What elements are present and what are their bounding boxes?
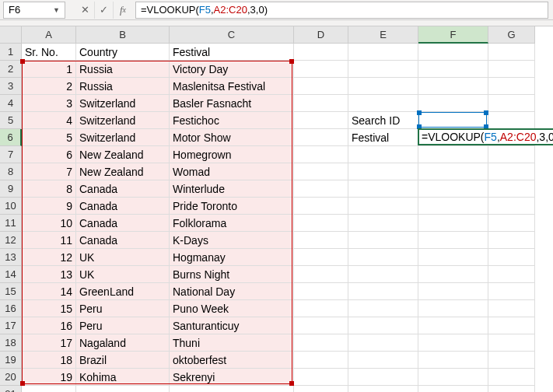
row-header[interactable]: 9: [0, 180, 22, 198]
row-header[interactable]: 11: [0, 215, 22, 232]
cell[interactable]: [488, 369, 535, 386]
cell[interactable]: UK: [76, 249, 170, 266]
cell[interactable]: [488, 317, 535, 334]
cell[interactable]: [348, 180, 418, 198]
cell[interactable]: 10: [22, 215, 76, 232]
cell[interactable]: 7: [22, 163, 76, 180]
cell[interactable]: 17: [22, 334, 76, 352]
cell[interactable]: 2: [22, 78, 76, 95]
cell[interactable]: [418, 317, 488, 334]
cell[interactable]: [348, 266, 418, 283]
cell[interactable]: [418, 95, 488, 112]
cell[interactable]: [418, 112, 488, 129]
cell[interactable]: [348, 78, 418, 95]
cell[interactable]: Festival: [170, 44, 294, 61]
cell[interactable]: Sr. No.: [22, 44, 76, 61]
cell[interactable]: [294, 249, 348, 266]
row-header[interactable]: 4: [0, 95, 22, 112]
cell[interactable]: [294, 352, 348, 369]
cell[interactable]: Victory Day: [170, 61, 294, 78]
cell[interactable]: [294, 300, 348, 317]
row-header[interactable]: 19: [0, 352, 22, 369]
cell[interactable]: [418, 249, 488, 266]
cell[interactable]: [418, 78, 488, 95]
cell[interactable]: Peru: [76, 317, 170, 334]
cell[interactable]: [22, 386, 76, 392]
cell[interactable]: [348, 146, 418, 163]
cell[interactable]: [418, 215, 488, 232]
cell[interactable]: [294, 78, 348, 95]
cell[interactable]: [294, 146, 348, 163]
cell[interactable]: 18: [22, 352, 76, 369]
cell[interactable]: 14: [22, 283, 76, 300]
select-all-corner[interactable]: [0, 26, 22, 44]
cell[interactable]: [348, 283, 418, 300]
col-header-C[interactable]: C: [170, 26, 294, 44]
row-header[interactable]: 17: [0, 317, 22, 334]
cell[interactable]: Pride Toronto: [170, 198, 294, 215]
fx-icon[interactable]: fx: [114, 2, 132, 19]
cell[interactable]: [418, 44, 488, 61]
cell[interactable]: [294, 232, 348, 249]
cell[interactable]: 9: [22, 198, 76, 215]
cell[interactable]: Motor Show: [170, 129, 294, 146]
cell[interactable]: [418, 352, 488, 369]
cell[interactable]: [488, 44, 535, 61]
cell[interactable]: [488, 163, 535, 180]
cell[interactable]: Burns Night: [170, 266, 294, 283]
cell[interactable]: 13: [22, 266, 76, 283]
cell[interactable]: [348, 61, 418, 78]
row-header[interactable]: 2: [0, 61, 22, 78]
name-box[interactable]: F6 ▼: [3, 2, 65, 19]
cell[interactable]: 11: [22, 232, 76, 249]
cell[interactable]: 3: [22, 95, 76, 112]
cell[interactable]: [418, 369, 488, 386]
cell[interactable]: 1: [22, 61, 76, 78]
cell[interactable]: [294, 266, 348, 283]
cell[interactable]: Festichoc: [170, 112, 294, 129]
row-header[interactable]: 3: [0, 78, 22, 95]
cell[interactable]: National Day: [170, 283, 294, 300]
spreadsheet-grid[interactable]: ABCDEFG1Sr. No.CountryFestival21RussiaVi…: [0, 26, 553, 392]
cell[interactable]: [418, 198, 488, 215]
cell[interactable]: [418, 300, 488, 317]
cell[interactable]: [348, 369, 418, 386]
cell[interactable]: Thuni: [170, 334, 294, 352]
cell[interactable]: [294, 180, 348, 198]
cell[interactable]: [488, 249, 535, 266]
cell[interactable]: [76, 386, 170, 392]
cell[interactable]: [488, 266, 535, 283]
cell[interactable]: [488, 180, 535, 198]
cell[interactable]: [348, 198, 418, 215]
cell[interactable]: [348, 215, 418, 232]
cell[interactable]: Festival: [348, 129, 418, 146]
cell[interactable]: Winterlude: [170, 180, 294, 198]
cell[interactable]: Santuranticuy: [170, 317, 294, 334]
cell[interactable]: UK: [76, 266, 170, 283]
row-header[interactable]: 14: [0, 266, 22, 283]
cell[interactable]: Switzerland: [76, 129, 170, 146]
cell[interactable]: [294, 283, 348, 300]
cell[interactable]: K-Days: [170, 232, 294, 249]
cell[interactable]: [418, 180, 488, 198]
cell[interactable]: 4: [22, 112, 76, 129]
cell[interactable]: [488, 95, 535, 112]
cell[interactable]: Canada: [76, 180, 170, 198]
cell[interactable]: Puno Week: [170, 300, 294, 317]
col-header-D[interactable]: D: [294, 26, 348, 44]
cell[interactable]: [348, 44, 418, 61]
cell[interactable]: [294, 334, 348, 352]
cell[interactable]: [488, 232, 535, 249]
cell[interactable]: [294, 95, 348, 112]
row-header[interactable]: 8: [0, 163, 22, 180]
cell[interactable]: [488, 215, 535, 232]
row-header[interactable]: 10: [0, 198, 22, 215]
cell[interactable]: Switzerland: [76, 95, 170, 112]
cell[interactable]: [294, 369, 348, 386]
cell[interactable]: [348, 300, 418, 317]
row-header[interactable]: 15: [0, 283, 22, 300]
row-header[interactable]: 16: [0, 300, 22, 317]
cell[interactable]: [418, 146, 488, 163]
cell[interactable]: [294, 44, 348, 61]
cell[interactable]: oktoberfest: [170, 352, 294, 369]
